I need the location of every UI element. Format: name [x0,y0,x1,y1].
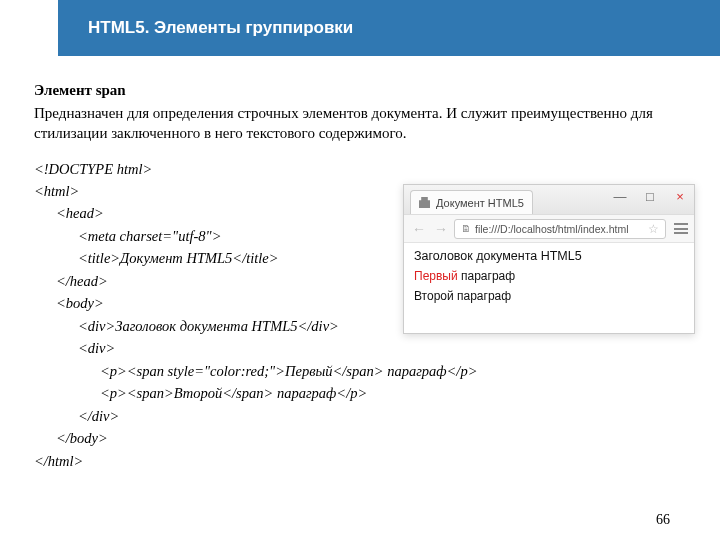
window-controls: — □ × [610,189,690,204]
code-line: </html> [34,450,692,472]
minimize-button[interactable]: — [610,189,630,204]
header-badge [0,0,58,56]
back-button[interactable]: ← [410,221,428,237]
close-button[interactable]: × [670,189,690,204]
page-paragraph-2: Второй параграф [414,289,684,303]
browser-tab[interactable]: Документ HTML5 [410,190,533,214]
slide-title: HTML5. Элементы группировки [88,18,353,38]
section-title: Элемент span [34,82,692,99]
forward-button[interactable]: → [432,221,450,237]
section-description: Предназначен для определения строчных эл… [34,103,692,144]
url-input[interactable]: 🗎 file:///D:/localhost/html/index.html ☆ [454,219,666,239]
rendered-page: Заголовок документа HTML5 Первый парагра… [404,243,694,315]
browser-tabbar: Документ HTML5 — □ × [404,185,694,215]
page-number: 66 [656,512,670,528]
hamburger-menu-icon[interactable] [674,223,688,234]
code-line: <!DOCTYPE html> [34,158,692,180]
code-line: </div> [34,405,692,427]
file-icon [419,197,430,208]
slide-header: HTML5. Элементы группировки [0,0,720,56]
tab-title: Документ HTML5 [436,197,524,209]
page-heading: Заголовок документа HTML5 [414,249,684,263]
code-line: <div> [34,337,692,359]
browser-window: Документ HTML5 — □ × ← → 🗎 file:///D:/lo… [403,184,695,334]
code-line: <p><span style="color:red;">Первый</span… [34,360,692,382]
code-line: </body> [34,427,692,449]
url-text: file:///D:/localhost/html/index.html [475,223,628,235]
address-bar: ← → 🗎 file:///D:/localhost/html/index.ht… [404,215,694,243]
page-paragraph-1: Первый параграф [414,269,684,283]
page-icon: 🗎 [461,223,471,234]
maximize-button[interactable]: □ [640,189,660,204]
red-span: Первый [414,269,458,283]
paragraph-rest: параграф [458,269,515,283]
bookmark-star-icon[interactable]: ☆ [648,222,659,236]
code-line: <p><span>Второй</span> параграф</p> [34,382,692,404]
